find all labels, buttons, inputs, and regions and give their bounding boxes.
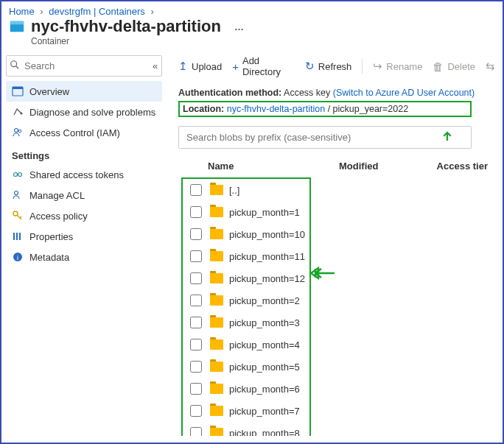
swap-button: ⇆ [486, 60, 495, 73]
sidebar-item-policy[interactable]: Access policy [6, 205, 162, 226]
row-checkbox[interactable] [190, 228, 202, 240]
sidebar-item-acl[interactable]: Manage ACL [6, 185, 162, 205]
acl-icon [12, 189, 24, 201]
row-checkbox[interactable] [190, 317, 202, 328]
row-checkbox[interactable] [190, 250, 202, 262]
svg-point-6 [21, 113, 23, 115]
chevron-right-icon: › [150, 6, 153, 17]
add-directory-button[interactable]: + Add Directory [232, 55, 295, 77]
sidebar-item-label: Shared access tokens [29, 169, 124, 180]
table-row[interactable]: pickup_month=3 [183, 311, 309, 334]
row-checkbox[interactable] [190, 184, 202, 196]
sidebar: « Overview Diagnose and solve problems A… [1, 52, 167, 436]
folder-icon [210, 207, 223, 217]
sas-icon [12, 169, 24, 180]
row-name: pickup_month=7 [229, 406, 300, 417]
row-name: pickup_month=2 [229, 295, 300, 306]
table-row[interactable]: pickup_month=7 [183, 400, 309, 422]
folder-icon [210, 295, 223, 306]
column-headers: Name Modified Access tier [178, 158, 495, 177]
properties-icon [12, 230, 24, 242]
row-checkbox[interactable] [190, 427, 202, 436]
table-row[interactable]: pickup_month=4 [183, 334, 309, 356]
metadata-icon: i [12, 251, 24, 263]
folder-icon [210, 362, 223, 372]
annotation-up-arrow-icon [441, 130, 453, 144]
breadcrumb-home[interactable]: Home [9, 6, 35, 17]
table-row[interactable]: pickup_month=8 [183, 422, 309, 436]
col-modified[interactable]: Modified [339, 161, 427, 172]
diagnose-icon [12, 106, 24, 118]
row-name: pickup_month=8 [229, 428, 300, 437]
svg-point-7 [15, 129, 18, 133]
blob-search-input[interactable] [185, 131, 465, 144]
table-row[interactable]: pickup_month=2 [183, 289, 309, 311]
table-row[interactable]: pickup_month=11 [183, 245, 309, 267]
container-icon [9, 18, 25, 35]
row-name: [..] [229, 185, 239, 196]
svg-rect-1 [10, 21, 24, 25]
row-checkbox[interactable] [190, 405, 202, 417]
breadcrumb-containers[interactable]: devstrgfm | Containers [49, 6, 145, 17]
folder-icon [210, 339, 223, 350]
svg-point-11 [15, 191, 18, 195]
row-checkbox[interactable] [190, 383, 202, 395]
row-checkbox[interactable] [190, 206, 202, 218]
delete-button: 🗑 Delete [433, 60, 475, 73]
upload-icon: ↥ [178, 60, 188, 73]
location-label: Location: [183, 104, 224, 114]
sidebar-item-sas[interactable]: Shared access tokens [6, 164, 162, 185]
svg-rect-5 [13, 87, 23, 89]
col-name[interactable]: Name [183, 161, 339, 172]
sidebar-item-properties[interactable]: Properties [6, 226, 162, 247]
sidebar-item-metadata[interactable]: i Metadata [6, 247, 162, 267]
row-name: pickup_month=12 [229, 273, 305, 284]
sidebar-item-label: Access Control (IAM) [29, 127, 120, 138]
table-row[interactable]: [..] [183, 179, 309, 201]
folder-icon [210, 185, 223, 195]
overview-icon [12, 85, 24, 97]
row-checkbox[interactable] [190, 339, 202, 350]
upload-button[interactable]: ↥ Upload [178, 60, 222, 73]
table-row[interactable]: pickup_month=5 [183, 356, 309, 378]
table-row[interactable]: pickup_month=12 [183, 267, 309, 289]
sidebar-item-label: Manage ACL [29, 190, 85, 201]
sidebar-item-overview[interactable]: Overview [6, 81, 162, 102]
collapse-sidebar-icon[interactable]: « [150, 60, 161, 71]
auth-method: Access key [284, 88, 330, 98]
blob-search[interactable] [178, 126, 472, 149]
svg-point-2 [11, 61, 17, 67]
auth-label: Authentication method: [178, 88, 281, 98]
table-row[interactable]: pickup_month=6 [183, 378, 309, 400]
refresh-icon: ↻ [305, 60, 315, 73]
key-icon [12, 210, 24, 222]
svg-line-3 [16, 66, 19, 69]
sidebar-item-label: Overview [29, 86, 69, 97]
chevron-right-icon: › [40, 6, 43, 17]
annotation-left-arrow-icon [309, 266, 336, 283]
switch-auth-link[interactable]: (Switch to Azure AD User Account) [333, 88, 475, 98]
table-row[interactable]: pickup_month=10 [183, 223, 309, 245]
svg-point-9 [14, 173, 18, 177]
trash-icon: 🗑 [433, 60, 444, 73]
more-actions-icon[interactable]: … [234, 21, 245, 32]
row-checkbox[interactable] [190, 272, 202, 284]
svg-point-8 [18, 130, 21, 133]
row-checkbox[interactable] [190, 295, 202, 306]
sidebar-search-input[interactable] [23, 57, 150, 74]
sidebar-search[interactable]: « [6, 55, 162, 77]
row-name: pickup_month=5 [229, 362, 300, 373]
refresh-button[interactable]: ↻ Refresh [305, 60, 352, 73]
breadcrumb: Home › devstrgfm | Containers › [1, 1, 503, 17]
main: ↥ Upload + Add Directory ↻ Refresh ↪ Ren… [167, 52, 503, 436]
sidebar-item-label: Properties [29, 231, 73, 242]
sidebar-item-iam[interactable]: Access Control (IAM) [6, 122, 162, 143]
row-checkbox[interactable] [190, 361, 202, 373]
folder-icon [210, 273, 223, 283]
location-container-link[interactable]: nyc-fhvhv-delta-partition [227, 104, 325, 114]
sidebar-item-diagnose[interactable]: Diagnose and solve problems [6, 102, 162, 122]
col-access-tier[interactable]: Access tier [427, 161, 495, 172]
toolbar-divider [362, 59, 363, 74]
table-row[interactable]: pickup_month=1 [183, 201, 309, 223]
rename-icon: ↪ [373, 60, 382, 73]
